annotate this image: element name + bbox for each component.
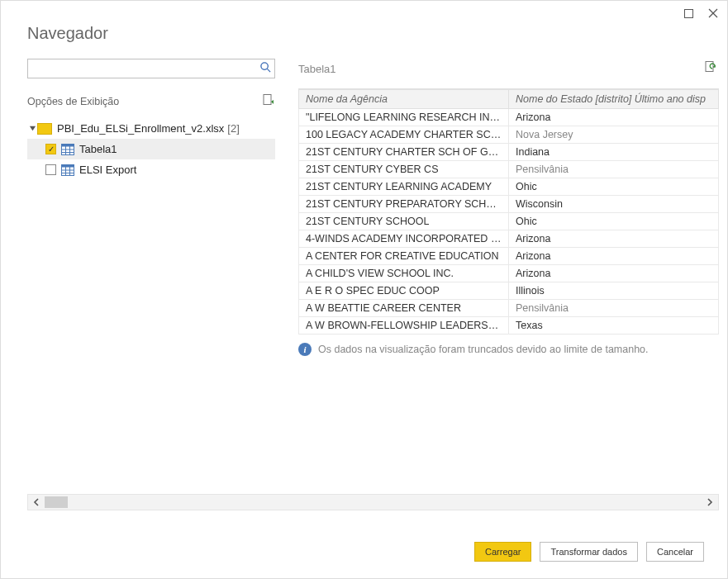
table-row[interactable]: 21ST CENTURY PREPARATORY SCHOOL AGENCYWi…: [299, 196, 719, 213]
preview-table: Nome da Agência Nome do Estado [distrito…: [298, 89, 719, 335]
tree-checkbox[interactable]: [45, 164, 56, 175]
preview-title: Tabela1: [298, 63, 336, 75]
table-row[interactable]: "LIFELONG LEARNING RESEARCH INSTITUTE IN…: [299, 109, 719, 126]
cell-state-name: Arizona: [509, 248, 719, 265]
cell-agency-name: 100 LEGACY ACADEMY CHARTER SCHOOL: [299, 126, 509, 144]
svg-rect-5: [264, 95, 271, 105]
svg-rect-0: [684, 9, 692, 17]
tree-checkbox[interactable]: ✓: [45, 144, 56, 154]
svg-line-4: [267, 69, 270, 72]
scroll-left-arrow[interactable]: [28, 495, 45, 510]
cell-agency-name: 21ST CENTURY SCHOOL: [299, 213, 509, 230]
dialog-title: Navegador: [1, 1, 727, 43]
cell-state-name: Texas: [509, 317, 719, 335]
table-row[interactable]: A CHILD'S VIEW SCHOOL INC.Arizona: [299, 265, 719, 282]
cell-agency-name: 21ST CENTURY CHARTER SCH OF GARY: [299, 144, 509, 161]
search-icon[interactable]: [259, 61, 272, 77]
cell-state-name: Indiana: [509, 144, 719, 161]
window-close-button[interactable]: [704, 4, 722, 22]
table-row[interactable]: 21ST CENTURY CHARTER SCH OF GARYIndiana: [299, 144, 719, 161]
info-icon: i: [298, 343, 312, 356]
truncation-message: Os dados na visualização foram truncados…: [318, 344, 649, 355]
scroll-thumb[interactable]: [45, 496, 68, 508]
svg-point-3: [261, 63, 268, 69]
caret-down-icon: [27, 125, 37, 132]
table-row[interactable]: A W BROWN-FELLOWSHIP LEADERSHIP ACADEMYT…: [299, 317, 719, 335]
preview-pane: Tabela1 Nome da Agência Nome do Estado […: [298, 59, 719, 529]
navigator-tree-pane: Opções de Exibição PBI_Edu_ELSi_Enrollme…: [27, 59, 275, 529]
tree-root-count: [2]: [227, 122, 239, 135]
cancel-button[interactable]: Cancelar: [646, 542, 704, 562]
display-options-icon[interactable]: [262, 93, 275, 110]
table-icon: [61, 164, 74, 176]
load-button[interactable]: Carregar: [474, 542, 531, 562]
cell-agency-name: A W BROWN-FELLOWSHIP LEADERSHIP ACADEMY: [299, 317, 509, 335]
tree-item[interactable]: ✓Tabela1: [27, 139, 275, 159]
cell-state-name: Pensilvânia: [509, 161, 719, 178]
table-row[interactable]: A E R O SPEC EDUC COOPIllinois: [299, 282, 719, 300]
cell-state-name: Arizona: [509, 230, 719, 248]
cell-state-name: Wisconsin: [509, 196, 719, 213]
cell-state-name: Nova Jersey: [509, 126, 719, 144]
transform-data-button[interactable]: Transformar dados: [540, 542, 638, 562]
window-maximize-button[interactable]: [679, 4, 697, 22]
table-row[interactable]: 21ST CENTURY CYBER CSPensilvânia: [299, 161, 719, 178]
cell-agency-name: "LIFELONG LEARNING RESEARCH INSTITUTE IN…: [299, 109, 509, 126]
cell-state-name: Arizona: [509, 265, 719, 282]
cell-agency-name: 21ST CENTURY LEARNING ACADEMY: [299, 178, 509, 196]
svg-rect-18: [706, 62, 713, 72]
tree-item[interactable]: ELSI Export: [27, 159, 275, 180]
column-header[interactable]: Nome da Agência: [299, 90, 509, 109]
svg-rect-13: [62, 164, 74, 167]
table-row[interactable]: 4-WINDS ACADEMY INCORPORATED DBA 4-WINDS…: [299, 230, 719, 248]
cell-state-name: Ohic: [509, 213, 719, 230]
table-row[interactable]: 21ST CENTURY SCHOOLOhic: [299, 213, 719, 230]
cell-agency-name: 21ST CENTURY PREPARATORY SCHOOL AGENCY: [299, 196, 509, 213]
tree-root-file[interactable]: PBI_Edu_ELSi_Enrollment_v2.xlsx [2]: [27, 118, 275, 139]
cell-agency-name: A CHILD'S VIEW SCHOOL INC.: [299, 265, 509, 282]
svg-rect-7: [62, 144, 74, 146]
tree-item-label: ELSI Export: [79, 164, 136, 176]
cell-agency-name: 21ST CENTURY CYBER CS: [299, 161, 509, 178]
column-header[interactable]: Nome do Estado [distrito] Último ano dis…: [509, 90, 719, 109]
cell-agency-name: A W BEATTIE CAREER CENTER: [299, 300, 509, 317]
cell-state-name: Pensilvânia: [509, 300, 719, 317]
cell-state-name: Illinois: [509, 282, 719, 300]
table-row[interactable]: 100 LEGACY ACADEMY CHARTER SCHOOLNova Je…: [299, 126, 719, 144]
cell-agency-name: 4-WINDS ACADEMY INCORPORATED DBA 4-WINDS…: [299, 230, 509, 248]
table-row[interactable]: 21ST CENTURY LEARNING ACADEMYOhic: [299, 178, 719, 196]
cell-agency-name: A CENTER FOR CREATIVE EDUCATION: [299, 248, 509, 265]
cell-state-name: Ohic: [509, 178, 719, 196]
search-input[interactable]: [27, 59, 275, 78]
cell-state-name: Arizona: [509, 109, 719, 126]
display-options-label[interactable]: Opções de Exibição: [27, 96, 119, 107]
scroll-track[interactable]: [45, 495, 702, 510]
horizontal-scrollbar[interactable]: [27, 494, 719, 510]
refresh-icon[interactable]: [704, 60, 717, 77]
tree-item-label: Tabela1: [79, 143, 117, 155]
scroll-right-arrow[interactable]: [702, 495, 718, 510]
table-icon: [61, 144, 74, 155]
table-row[interactable]: A CENTER FOR CREATIVE EDUCATIONArizona: [299, 248, 719, 265]
table-row[interactable]: A W BEATTIE CAREER CENTERPensilvânia: [299, 300, 719, 317]
cell-agency-name: A E R O SPEC EDUC COOP: [299, 282, 509, 300]
folder-icon: [37, 123, 52, 135]
tree-root-label: PBI_Edu_ELSi_Enrollment_v2.xlsx: [57, 122, 224, 135]
source-tree: PBI_Edu_ELSi_Enrollment_v2.xlsx [2] ✓Tab…: [27, 118, 275, 180]
